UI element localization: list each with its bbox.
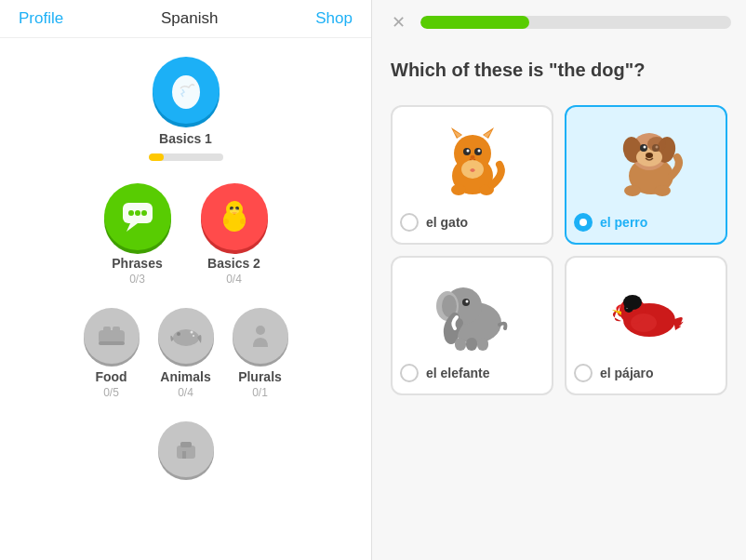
- pajaro-bottom: el pájaro: [574, 360, 718, 382]
- gato-bottom: el gato: [400, 209, 544, 232]
- perro-radio[interactable]: [574, 213, 593, 232]
- svg-point-65: [623, 295, 642, 310]
- svg-point-49: [647, 137, 666, 152]
- svg-point-37: [451, 184, 466, 195]
- basics1-xp-bar: [149, 153, 223, 161]
- row3: Food 0/5 Ani: [84, 308, 288, 399]
- svg-rect-23: [180, 442, 192, 447]
- phrases-sub: 0/3: [129, 273, 145, 286]
- whale-icon: [169, 323, 203, 349]
- progress-bar: [420, 16, 731, 29]
- basics2-item: Basics 2 0/4: [201, 183, 268, 286]
- svg-point-0: [172, 75, 200, 109]
- speech-bubble-icon: [119, 200, 156, 233]
- perro-image: [574, 118, 718, 202]
- svg-rect-58: [455, 338, 466, 351]
- gato-radio[interactable]: [400, 213, 419, 232]
- answer-card-perro[interactable]: el perro: [565, 105, 727, 245]
- extra-icon: [171, 436, 201, 462]
- pajaro-radio[interactable]: [574, 364, 593, 382]
- profile-link[interactable]: Profile: [19, 9, 63, 28]
- plurals-sub: 0/1: [252, 386, 268, 399]
- dog-svg: [605, 118, 688, 202]
- svg-rect-60: [466, 338, 477, 351]
- svg-marker-2: [127, 223, 138, 232]
- svg-point-11: [223, 219, 229, 224]
- elefante-image: [400, 269, 544, 353]
- plurals-label: Plurals: [238, 369, 282, 384]
- svg-point-35: [470, 155, 474, 159]
- basics1-section: Basics 1: [149, 57, 223, 161]
- gato-label: el gato: [426, 215, 468, 230]
- svg-point-3: [128, 210, 134, 216]
- left-panel: Profile Spanish Shop Basics 1: [0, 0, 372, 560]
- answer-card-elefante[interactable]: el elefante: [391, 256, 553, 395]
- svg-rect-16: [99, 341, 125, 345]
- animals-label: Animals: [160, 369, 210, 384]
- svg-point-33: [466, 150, 469, 153]
- food-sub: 0/5: [103, 386, 119, 399]
- phrases-item: Phrases 0/3: [104, 183, 171, 286]
- elefante-bottom: el elefante: [400, 360, 544, 382]
- question-section: Which of these is "the dog"?: [372, 45, 746, 105]
- pajaro-image: [574, 269, 718, 353]
- svg-rect-13: [99, 330, 125, 343]
- phrases-label: Phrases: [112, 256, 162, 271]
- svg-point-19: [190, 331, 193, 334]
- language-title: Spanish: [161, 9, 218, 28]
- left-content: Basics 1 Phrases 0/3: [0, 38, 371, 496]
- basics1-xp-fill: [149, 153, 164, 161]
- svg-point-66: [631, 313, 657, 332]
- chick-icon: [214, 196, 255, 237]
- svg-point-50: [624, 185, 641, 196]
- pajaro-label: el pájaro: [600, 366, 654, 380]
- progress-fill: [420, 16, 529, 29]
- extra-button[interactable]: [158, 421, 214, 477]
- gato-image: [400, 118, 544, 202]
- close-button[interactable]: ✕: [387, 11, 409, 33]
- svg-point-10: [230, 208, 239, 214]
- animals-button[interactable]: [158, 308, 214, 364]
- plurals-icon: [246, 323, 275, 349]
- egg-icon: [168, 70, 204, 111]
- shop-link[interactable]: Shop: [315, 9, 353, 28]
- animals-sub: 0/4: [178, 386, 193, 399]
- bird-svg: [605, 269, 688, 353]
- perro-label: el perro: [600, 215, 647, 230]
- svg-rect-24: [182, 451, 186, 459]
- perro-bottom: el perro: [574, 209, 718, 232]
- elephant-svg: [431, 269, 514, 353]
- svg-point-46: [643, 146, 646, 149]
- food-icon: [96, 323, 127, 349]
- svg-rect-15: [113, 327, 120, 332]
- answer-card-gato[interactable]: el gato: [391, 105, 553, 245]
- svg-rect-59: [477, 338, 488, 351]
- svg-point-17: [173, 329, 199, 346]
- svg-point-20: [193, 335, 194, 337]
- svg-point-12: [240, 219, 246, 224]
- phrases-button[interactable]: [104, 183, 171, 250]
- svg-point-57: [465, 300, 468, 303]
- animals-item: Animals 0/4: [158, 308, 214, 399]
- row2: Phrases 0/3: [104, 183, 268, 286]
- right-header: ✕: [372, 0, 746, 45]
- right-panel: ✕ Which of these is "the dog"?: [372, 0, 746, 560]
- svg-rect-14: [103, 327, 111, 332]
- plurals-button[interactable]: [233, 308, 288, 364]
- svg-point-4: [135, 210, 140, 216]
- basics2-label: Basics 2: [207, 256, 260, 271]
- left-header: Profile Spanish Shop: [0, 0, 371, 38]
- svg-point-48: [646, 153, 653, 158]
- answer-card-pajaro[interactable]: el pájaro: [565, 256, 727, 395]
- extra-item: [158, 421, 214, 477]
- basics1-label: Basics 1: [159, 131, 212, 146]
- food-label: Food: [95, 369, 127, 384]
- food-button[interactable]: [84, 308, 140, 364]
- cat-svg: [431, 118, 514, 202]
- basics2-button[interactable]: [201, 183, 268, 250]
- question-text: Which of these is "the dog"?: [391, 60, 727, 81]
- food-item: Food 0/5: [84, 308, 140, 399]
- basics1-button[interactable]: [153, 57, 220, 124]
- row4-partial: [158, 421, 214, 477]
- elefante-radio[interactable]: [400, 364, 419, 382]
